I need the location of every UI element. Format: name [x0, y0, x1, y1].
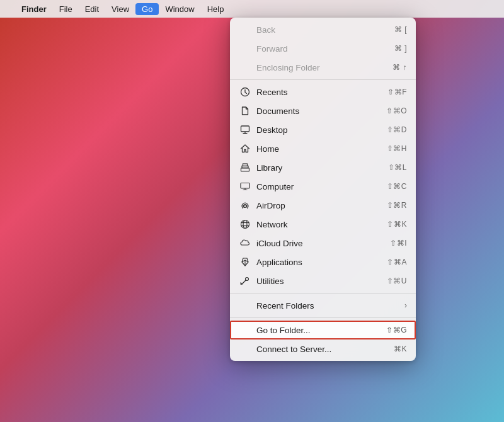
- svg-rect-6: [243, 164, 248, 166]
- enclosing-shortcut: ⌘ ↑: [392, 63, 407, 72]
- recents-label: Recents: [256, 88, 387, 97]
- home-shortcut: ⇧⌘H: [387, 144, 407, 153]
- view-menu[interactable]: View: [105, 3, 135, 15]
- back-icon: [239, 23, 251, 36]
- desktop: Finder File Edit View Go Window Help Bac…: [0, 0, 504, 422]
- computer-shortcut: ⇧⌘C: [387, 182, 407, 191]
- menu-item-icloud[interactable]: iCloud Drive ⇧⌘I: [230, 234, 416, 253]
- apple-menu[interactable]: [5, 8, 15, 10]
- library-label: Library: [256, 163, 388, 173]
- utilities-label: Utilities: [256, 277, 387, 286]
- recent-folders-label: Recent Folders: [256, 301, 404, 311]
- menu-item-library[interactable]: Library ⇧⌘L: [230, 158, 416, 177]
- menu-item-recents[interactable]: Recents ⇧⌘F: [230, 83, 416, 101]
- desktop-shortcut: ⇧⌘D: [387, 125, 407, 134]
- recents-icon: [239, 86, 251, 98]
- go-dropdown-menu: Back ⌘ [ Forward ⌘ ] Enclosing Folder ⌘ …: [230, 18, 416, 361]
- network-icon: [239, 218, 251, 231]
- enclosing-label: Enclosing Folder: [256, 63, 392, 72]
- menu-item-enclosing[interactable]: Enclosing Folder ⌘ ↑: [230, 58, 416, 77]
- separator-2: [230, 293, 416, 294]
- goto-folder-shortcut: ⇧⌘G: [386, 326, 407, 334]
- enclosing-icon: [239, 61, 251, 74]
- utilities-shortcut: ⇧⌘U: [387, 277, 407, 285]
- documents-icon: [239, 105, 251, 117]
- svg-point-8: [244, 205, 246, 208]
- menu-item-goto-folder[interactable]: Go to Folder... ⇧⌘G: [230, 321, 416, 339]
- goto-folder-label: Go to Folder...: [256, 326, 386, 335]
- applications-label: Applications: [256, 258, 387, 267]
- home-label: Home: [256, 144, 387, 154]
- svg-rect-4: [241, 168, 249, 171]
- documents-label: Documents: [256, 106, 386, 116]
- home-icon: [239, 142, 251, 155]
- svg-point-14: [246, 278, 249, 281]
- menu-item-network[interactable]: Network ⇧⌘K: [230, 215, 416, 234]
- back-label: Back: [256, 25, 394, 35]
- menu-item-applications[interactable]: Applications ⇧⌘A: [230, 253, 416, 271]
- computer-label: Computer: [256, 182, 387, 191]
- finder-menu[interactable]: Finder: [15, 3, 53, 15]
- recent-folders-arrow: ›: [404, 301, 407, 310]
- svg-line-13: [242, 280, 246, 285]
- library-icon: [239, 161, 251, 174]
- menu-item-utilities[interactable]: Utilities ⇧⌘U: [230, 271, 416, 290]
- connect-server-shortcut: ⌘K: [394, 345, 407, 353]
- menu-item-documents[interactable]: Documents ⇧⌘O: [230, 101, 416, 120]
- svg-point-9: [241, 220, 249, 229]
- icloud-label: iCloud Drive: [256, 239, 390, 248]
- icloud-icon: [239, 237, 251, 249]
- connect-server-icon: [239, 343, 251, 355]
- forward-icon: [239, 42, 251, 55]
- menu-item-back[interactable]: Back ⌘ [: [230, 20, 416, 39]
- menu-item-desktop[interactable]: Desktop ⇧⌘D: [230, 120, 416, 139]
- airdrop-shortcut: ⇧⌘R: [387, 201, 407, 210]
- forward-shortcut: ⌘ ]: [394, 44, 407, 53]
- window-menu[interactable]: Window: [159, 3, 200, 15]
- separator-1: [230, 79, 416, 80]
- computer-icon: [239, 180, 251, 193]
- icloud-shortcut: ⇧⌘I: [390, 239, 407, 248]
- goto-folder-icon: [239, 324, 251, 336]
- file-menu[interactable]: File: [53, 3, 79, 15]
- menubar: Finder File Edit View Go Window Help: [0, 0, 504, 18]
- svg-point-10: [243, 220, 247, 229]
- svg-rect-1: [241, 126, 249, 132]
- menu-item-forward[interactable]: Forward ⌘ ]: [230, 39, 416, 58]
- desktop-icon: [239, 123, 251, 136]
- library-shortcut: ⇧⌘L: [388, 163, 407, 172]
- menu-item-connect-server[interactable]: Connect to Server... ⌘K: [230, 339, 416, 358]
- recent-folders-icon: [239, 299, 251, 312]
- recents-shortcut: ⇧⌘F: [387, 88, 407, 96]
- forward-label: Forward: [256, 44, 394, 54]
- separator-3: [230, 317, 416, 318]
- edit-menu[interactable]: Edit: [79, 3, 105, 15]
- utilities-icon: [239, 275, 251, 287]
- svg-rect-7: [241, 183, 249, 189]
- applications-shortcut: ⇧⌘A: [387, 258, 407, 266]
- network-shortcut: ⇧⌘K: [387, 220, 407, 229]
- network-label: Network: [256, 220, 387, 229]
- go-menu[interactable]: Go: [135, 3, 159, 15]
- documents-shortcut: ⇧⌘O: [386, 106, 407, 115]
- help-menu[interactable]: Help: [201, 3, 231, 15]
- menu-item-recent-folders[interactable]: Recent Folders ›: [230, 296, 416, 315]
- menu-item-home[interactable]: Home ⇧⌘H: [230, 139, 416, 158]
- menu-item-airdrop[interactable]: AirDrop ⇧⌘R: [230, 196, 416, 215]
- airdrop-icon: [239, 199, 251, 212]
- airdrop-label: AirDrop: [256, 201, 387, 210]
- menu-item-computer[interactable]: Computer ⇧⌘C: [230, 177, 416, 196]
- back-shortcut: ⌘ [: [394, 25, 407, 34]
- connect-server-label: Connect to Server...: [256, 345, 394, 354]
- applications-icon: [239, 256, 251, 268]
- desktop-label: Desktop: [256, 125, 387, 135]
